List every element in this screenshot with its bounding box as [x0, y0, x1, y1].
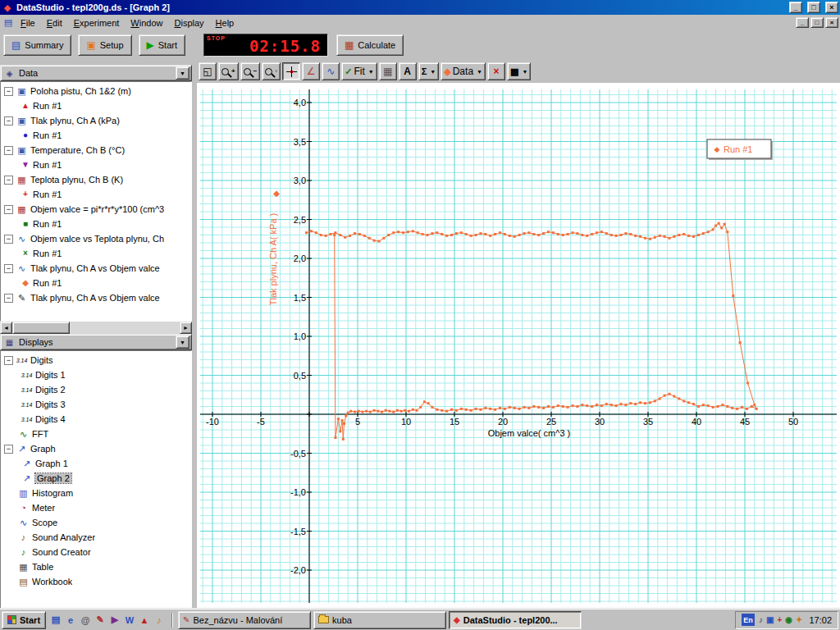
zoom-out-button[interactable]: −: [240, 62, 261, 80]
mail-icon[interactable]: @: [78, 612, 93, 628]
setup-button[interactable]: ▣ Setup: [78, 34, 131, 56]
expand-collapse-box[interactable]: −: [4, 146, 13, 155]
display-tree-child-item[interactable]: 3.14Digits 2: [1, 382, 191, 397]
data-tree-item[interactable]: −∿Tlak plynu, Ch A vs Objem valce: [1, 261, 191, 276]
prediction-tool-button[interactable]: ∿: [322, 62, 340, 80]
task-button[interactable]: kuba: [313, 611, 446, 629]
display-tree-item[interactable]: ∿FFT: [1, 427, 191, 441]
word-icon[interactable]: W: [122, 612, 137, 628]
delete-button[interactable]: ×: [487, 62, 505, 80]
x-axis-title[interactable]: Objem valce( cm^3 ): [488, 428, 571, 438]
data-panel-menu-button[interactable]: ▼: [176, 66, 189, 80]
display-tree-child-item[interactable]: 3.14Digits 1: [1, 368, 191, 382]
data-tree-item[interactable]: −✎Tlak plynu, Ch A vs Objem valce: [1, 290, 191, 305]
maximize-button[interactable]: □: [807, 2, 820, 13]
display-tree-item[interactable]: ▦Table: [1, 559, 191, 574]
run-item[interactable]: ●Run #1: [1, 128, 191, 143]
graph-plot-area[interactable]: -10-55101520253035404550-2,0-1,5-1,0-0,5…: [197, 83, 840, 609]
menu-item-file[interactable]: File: [15, 16, 41, 30]
scroll-left-button[interactable]: ◄: [0, 322, 12, 334]
expand-collapse-box[interactable]: −: [4, 235, 13, 244]
scroll-right-button[interactable]: ►: [180, 322, 192, 334]
y-axis-title[interactable]: Tlak plynu, Ch A( kPa ): [268, 213, 278, 306]
mdi-minimize-button[interactable]: _: [796, 17, 809, 28]
taskbar-start-button[interactable]: Start: [2, 611, 46, 629]
minimize-button[interactable]: _: [789, 2, 802, 13]
slope-tool-button[interactable]: ∠: [302, 62, 320, 80]
display-tree-item[interactable]: −3.14Digits: [1, 353, 191, 368]
data-tree-hscrollbar[interactable]: ◄ ►: [0, 322, 192, 334]
run-item[interactable]: ▼Run #1: [1, 158, 191, 172]
data-tree-item[interactable]: −▣Poloha pistu, Ch 1&2 (m): [1, 84, 191, 98]
display-settings-icon[interactable]: ▣: [766, 615, 774, 624]
display-tree-item[interactable]: ♪Sound Analyzer: [1, 530, 191, 545]
expand-collapse-box[interactable]: −: [4, 294, 13, 303]
mdi-restore-button[interactable]: □: [810, 17, 824, 28]
smart-tool-button[interactable]: [282, 62, 300, 80]
data-menu-button[interactable]: ◆Data▼: [441, 62, 486, 80]
run-item[interactable]: ■Run #1: [1, 217, 191, 231]
display-tree-item[interactable]: ◔Meter: [1, 500, 191, 515]
run-item[interactable]: ▲Run #1: [1, 98, 191, 113]
pdf-icon[interactable]: ▲: [137, 612, 152, 628]
data-tree-item[interactable]: −▦Objem valce = pi*r*r*y*100 (cm^3: [1, 202, 191, 217]
expand-collapse-box[interactable]: −: [4, 205, 13, 214]
display-tree-item[interactable]: ▤Workbook: [1, 574, 191, 589]
data-tree-item[interactable]: −▦Teplota plynu, Ch B (K): [1, 172, 191, 187]
mdi-close-button[interactable]: ×: [825, 17, 838, 28]
fit-menu-button[interactable]: ✓Fit▼: [341, 62, 377, 80]
music-icon[interactable]: ♪: [152, 612, 167, 628]
summary-button[interactable]: ▤ Summary: [3, 34, 71, 56]
text-tool-button[interactable]: A: [399, 62, 417, 80]
menu-item-help[interactable]: Help: [210, 16, 240, 30]
ie-icon[interactable]: e: [63, 612, 78, 628]
menu-item-experiment[interactable]: Experiment: [68, 16, 126, 30]
run-item[interactable]: +Run #1: [1, 187, 191, 202]
expand-collapse-box[interactable]: −: [4, 176, 13, 185]
data-tree-item[interactable]: −∿Objem valce vs Teplota plynu, Ch: [1, 231, 191, 246]
calculator-button[interactable]: ▦: [379, 62, 397, 80]
child-window-icon[interactable]: ▤: [2, 17, 15, 28]
scrollbar-thumb[interactable]: [12, 322, 70, 334]
paint-icon[interactable]: ✎: [93, 612, 107, 628]
graph-settings-button[interactable]: ▩▼: [507, 62, 531, 80]
scrollbar-track[interactable]: [70, 322, 180, 334]
scale-to-fit-button[interactable]: ◱: [199, 62, 217, 80]
volume-icon[interactable]: ♪: [759, 615, 763, 624]
expand-collapse-box[interactable]: −: [4, 87, 13, 96]
expand-collapse-box[interactable]: −: [4, 116, 13, 126]
display-tree-item[interactable]: −↗Graph: [1, 441, 191, 456]
desktop-icon[interactable]: ▤: [48, 612, 63, 628]
expand-collapse-box[interactable]: −: [4, 445, 13, 454]
antivirus-icon[interactable]: +: [778, 615, 783, 624]
display-tree-child-item[interactable]: ↗Graph 2: [1, 471, 191, 486]
media-player-icon[interactable]: ▶: [107, 612, 122, 628]
messenger-icon[interactable]: ✦: [796, 615, 802, 624]
data-tree-item[interactable]: −▣Tlak plynu, Ch A (kPa): [1, 113, 191, 128]
data-tree-item[interactable]: −▣Temperature, Ch B (°C): [1, 143, 191, 158]
display-tree-item[interactable]: ∿Scope: [1, 515, 191, 530]
displays-panel-menu-button[interactable]: ▼: [176, 336, 189, 349]
expand-collapse-box[interactable]: −: [4, 264, 13, 273]
run-item[interactable]: ×Run #1: [1, 246, 191, 261]
statistics-menu-button[interactable]: Σ▼: [418, 62, 440, 80]
zoom-in-button[interactable]: +: [218, 62, 239, 80]
graph-plot[interactable]: -10-55101520253035404550-2,0-1,5-1,0-0,5…: [197, 83, 840, 608]
keyboard-layout-indicator[interactable]: En: [742, 614, 755, 626]
calculate-button[interactable]: ▦ Calculate: [336, 34, 404, 56]
menu-item-display[interactable]: Display: [169, 16, 210, 30]
display-tree-item[interactable]: ♪Sound Creator: [1, 545, 191, 559]
menu-item-edit[interactable]: Edit: [41, 16, 68, 30]
task-button[interactable]: ◆DataStudio - tepl200...: [449, 611, 582, 629]
run-item[interactable]: ◆Run #1: [1, 276, 191, 290]
display-tree-child-item[interactable]: ↗Graph 1: [1, 456, 191, 471]
task-button[interactable]: ✎Bez_názvu - Malování: [178, 611, 311, 629]
display-tree-item[interactable]: ▥Histogram: [1, 486, 191, 500]
display-tree-child-item[interactable]: 3.14Digits 4: [1, 412, 191, 427]
expand-collapse-box[interactable]: −: [4, 356, 13, 365]
display-tree-child-item[interactable]: 3.14Digits 3: [1, 397, 191, 412]
start-button[interactable]: ▶ Start: [139, 34, 185, 56]
menu-item-window[interactable]: Window: [125, 16, 168, 30]
scheduler-icon[interactable]: ◉: [785, 615, 792, 624]
zoom-select-button[interactable]: ▫: [262, 62, 281, 80]
